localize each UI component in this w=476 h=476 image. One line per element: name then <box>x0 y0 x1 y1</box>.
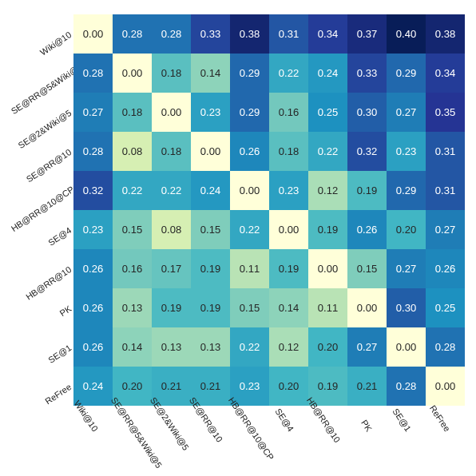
heatmap-cell: 0.28 <box>73 54 113 93</box>
heatmap-cell: 0.28 <box>152 14 191 54</box>
heatmap-cell: 0.31 <box>426 171 465 210</box>
heatmap-cell: 0.14 <box>191 54 230 93</box>
heatmap-cell: 0.11 <box>230 249 269 288</box>
y-tick-label: SE@RR@10 <box>10 147 73 194</box>
heatmap-cell: 0.17 <box>152 249 191 288</box>
heatmap-row: 0.260.160.170.190.110.190.000.150.270.26 <box>73 249 465 288</box>
y-tick-label: Wiki@10 <box>10 30 73 77</box>
heatmap-cell: 0.23 <box>73 210 113 249</box>
heatmap-cell: 0.08 <box>152 210 191 249</box>
heatmap-row: 0.260.130.190.190.150.140.110.000.300.25 <box>73 288 465 327</box>
heatmap-cell: 0.29 <box>230 93 269 132</box>
heatmap-cell: 0.20 <box>387 210 426 249</box>
heatmap-cell: 0.40 <box>387 14 426 54</box>
heatmap-cell: 0.22 <box>230 327 269 367</box>
y-tick-label: SE@4 <box>10 225 73 272</box>
heatmap-cell: 0.26 <box>426 249 465 288</box>
heatmap-cell: 0.00 <box>308 249 347 288</box>
heatmap-cell: 0.19 <box>191 249 230 288</box>
heatmap-cell: 0.26 <box>73 288 113 327</box>
heatmap-cell: 0.08 <box>113 132 152 171</box>
heatmap-cell: 0.24 <box>308 54 347 93</box>
heatmap-cell: 0.16 <box>269 93 308 132</box>
heatmap-cell: 0.19 <box>308 210 347 249</box>
heatmap-cell: 0.16 <box>113 249 152 288</box>
heatmap-cell: 0.00 <box>387 327 426 367</box>
y-tick-label: SE@RR@5&Wiki@5 <box>10 69 73 116</box>
heatmap-cell: 0.28 <box>73 132 113 171</box>
heatmap-cell: 0.30 <box>387 288 426 327</box>
y-tick-label: SE@1 <box>10 343 73 390</box>
heatmap-cell: 0.34 <box>308 14 347 54</box>
heatmap-cell: 0.26 <box>73 327 113 367</box>
heatmap-row: 0.260.140.130.130.220.120.200.270.000.28 <box>73 327 465 367</box>
heatmap-cell: 0.19 <box>347 171 387 210</box>
heatmap-cell: 0.20 <box>308 327 347 367</box>
heatmap-cell: 0.27 <box>73 93 113 132</box>
heatmap-cell: 0.19 <box>152 288 191 327</box>
heatmap-cell: 0.33 <box>347 54 387 93</box>
heatmap-cell: 0.12 <box>308 171 347 210</box>
heatmap-chart: Wiki@10SE@RR@5&Wiki@5SE@2&Wiki@5SE@RR@10… <box>0 0 476 476</box>
heatmap-cell: 0.22 <box>308 132 347 171</box>
heatmap-cell: 0.15 <box>230 288 269 327</box>
heatmap-cell: 0.15 <box>191 210 230 249</box>
heatmap-cell: 0.34 <box>426 54 465 93</box>
heatmap-cell: 0.23 <box>387 132 426 171</box>
heatmap-cell: 0.00 <box>269 210 308 249</box>
heatmap-cell: 0.12 <box>269 327 308 367</box>
y-tick-label: ReFree <box>10 382 73 429</box>
y-tick-label: SE@2&Wiki@5 <box>10 108 73 155</box>
heatmap-cell: 0.23 <box>269 171 308 210</box>
heatmap-cell: 0.00 <box>73 14 113 54</box>
heatmap-grid: 0.000.280.280.330.380.310.340.370.400.38… <box>73 14 465 406</box>
heatmap-cell: 0.28 <box>113 14 152 54</box>
heatmap-row: 0.280.080.180.000.260.180.220.320.230.31 <box>73 132 465 171</box>
heatmap-cell: 0.23 <box>191 93 230 132</box>
heatmap-cell: 0.15 <box>347 249 387 288</box>
heatmap-cell: 0.25 <box>308 93 347 132</box>
heatmap-cell: 0.35 <box>426 93 465 132</box>
heatmap-cell: 0.22 <box>152 171 191 210</box>
heatmap-cell: 0.29 <box>387 54 426 93</box>
heatmap-row: 0.230.150.080.150.220.000.190.260.200.27 <box>73 210 465 249</box>
heatmap-cell: 0.00 <box>113 54 152 93</box>
heatmap-cell: 0.18 <box>113 93 152 132</box>
heatmap-cell: 0.13 <box>113 288 152 327</box>
heatmap-cell: 0.13 <box>191 327 230 367</box>
heatmap-cell: 0.27 <box>387 249 426 288</box>
heatmap-cell: 0.00 <box>152 93 191 132</box>
heatmap-cell: 0.27 <box>347 327 387 367</box>
heatmap-cell: 0.22 <box>269 54 308 93</box>
heatmap-cell: 0.13 <box>152 327 191 367</box>
heatmap-cell: 0.32 <box>73 171 113 210</box>
heatmap-cell: 0.19 <box>191 288 230 327</box>
heatmap-row: 0.000.280.280.330.380.310.340.370.400.38 <box>73 14 465 54</box>
heatmap-cell: 0.29 <box>230 54 269 93</box>
heatmap-cell: 0.31 <box>269 14 308 54</box>
heatmap-cell: 0.22 <box>113 171 152 210</box>
heatmap-cell: 0.26 <box>347 210 387 249</box>
heatmap-cell: 0.14 <box>269 288 308 327</box>
heatmap-cell: 0.18 <box>152 54 191 93</box>
heatmap-cell: 0.26 <box>73 249 113 288</box>
heatmap-cell: 0.11 <box>308 288 347 327</box>
y-tick-label: HB@RR@10 <box>10 264 73 311</box>
heatmap-cell: 0.33 <box>191 14 230 54</box>
heatmap-cell: 0.31 <box>426 132 465 171</box>
heatmap-cell: 0.25 <box>426 288 465 327</box>
heatmap-cell: 0.30 <box>347 93 387 132</box>
heatmap-cell: 0.28 <box>426 327 465 367</box>
heatmap-cell: 0.38 <box>230 14 269 54</box>
heatmap-row: 0.280.000.180.140.290.220.240.330.290.34 <box>73 54 465 93</box>
y-tick-label: PK <box>10 303 73 351</box>
heatmap-cell: 0.24 <box>191 171 230 210</box>
heatmap-cell: 0.27 <box>387 93 426 132</box>
heatmap-cell: 0.15 <box>113 210 152 249</box>
heatmap-cell: 0.00 <box>191 132 230 171</box>
heatmap-row: 0.320.220.220.240.000.230.120.190.290.31 <box>73 171 465 210</box>
heatmap-cell: 0.32 <box>347 132 387 171</box>
heatmap-cell: 0.22 <box>230 210 269 249</box>
y-tick-label: HB@RR@10@CP <box>10 186 73 233</box>
heatmap-cell: 0.37 <box>347 14 387 54</box>
